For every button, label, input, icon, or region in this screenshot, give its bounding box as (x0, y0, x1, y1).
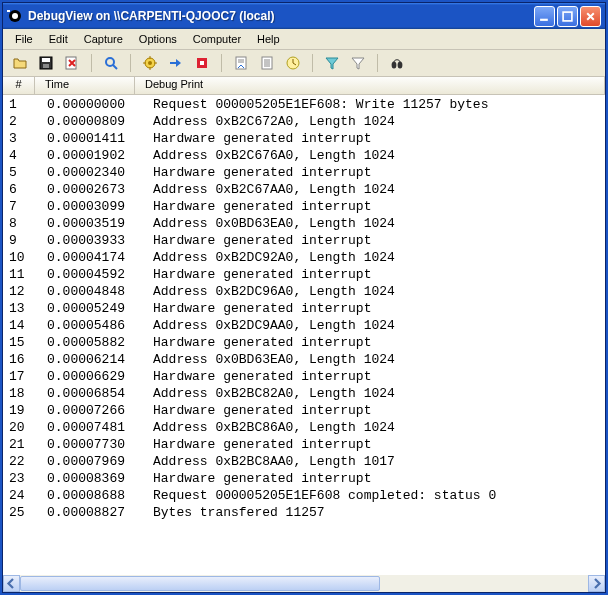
table-row[interactable]: 150.00005882Hardware generated interrupt (3, 334, 605, 351)
cell-number: 7 (3, 198, 41, 215)
menu-options[interactable]: Options (131, 31, 185, 47)
cell-time: 0.00002673 (41, 181, 147, 198)
table-row[interactable]: 200.00007481Address 0xB2BC86A0, Length 1… (3, 419, 605, 436)
table-row[interactable]: 140.00005486Address 0xB2DC9AA0, Length 1… (3, 317, 605, 334)
horizontal-scrollbar[interactable] (3, 575, 605, 592)
cell-time: 0.00008688 (41, 487, 147, 504)
cell-number: 12 (3, 283, 41, 300)
close-button[interactable] (580, 6, 601, 27)
table-row[interactable]: 220.00007969Address 0xB2BC8AA0, Length 1… (3, 453, 605, 470)
open-icon[interactable] (8, 51, 32, 75)
menu-file[interactable]: File (7, 31, 41, 47)
toolbar-sep (91, 54, 92, 72)
cell-debugprint: Hardware generated interrupt (147, 436, 605, 453)
minimize-button[interactable] (534, 6, 555, 27)
toolbar-sep (221, 54, 222, 72)
menu-help[interactable]: Help (249, 31, 288, 47)
col-debugprint[interactable]: Debug Print (135, 77, 605, 94)
table-row[interactable]: 130.00005249Hardware generated interrupt (3, 300, 605, 317)
menu-computer[interactable]: Computer (185, 31, 249, 47)
table-row[interactable]: 40.00001902Address 0xB2C676A0, Length 10… (3, 147, 605, 164)
autoscroll-icon[interactable] (229, 51, 253, 75)
table-row[interactable]: 180.00006854Address 0xB2BC82A0, Length 1… (3, 385, 605, 402)
table-row[interactable]: 90.00003933Hardware generated interrupt (3, 232, 605, 249)
menu-edit[interactable]: Edit (41, 31, 76, 47)
table-row[interactable]: 120.00004848Address 0xB2DC96A0, Length 1… (3, 283, 605, 300)
cell-number: 2 (3, 113, 41, 130)
cell-time: 0.00003933 (41, 232, 147, 249)
cell-number: 4 (3, 147, 41, 164)
scroll-thumb[interactable] (20, 576, 380, 591)
cell-debugprint: Hardware generated interrupt (147, 164, 605, 181)
table-row[interactable]: 60.00002673Address 0xB2C67AA0, Length 10… (3, 181, 605, 198)
maximize-button[interactable] (557, 6, 578, 27)
cell-time: 0.00008827 (41, 504, 147, 521)
capture-kernel-icon[interactable] (138, 51, 162, 75)
svg-point-18 (392, 62, 397, 69)
capture-win32-icon[interactable] (99, 51, 123, 75)
grid-body[interactable]: 10.00000000Request 000005205E1EF608: Wri… (3, 95, 605, 575)
table-row[interactable]: 50.00002340Hardware generated interrupt (3, 164, 605, 181)
table-row[interactable]: 70.00003099Hardware generated interrupt (3, 198, 605, 215)
highlight-icon[interactable] (346, 51, 370, 75)
cell-time: 0.00003519 (41, 215, 147, 232)
time-format-icon[interactable] (281, 51, 305, 75)
save-icon[interactable] (34, 51, 58, 75)
table-row[interactable]: 250.00008827Bytes transfered 11257 (3, 504, 605, 521)
cell-number: 23 (3, 470, 41, 487)
scroll-left-button[interactable] (3, 575, 20, 592)
capture-events-icon[interactable] (190, 51, 214, 75)
cell-number: 24 (3, 487, 41, 504)
cell-number: 15 (3, 334, 41, 351)
cell-debugprint: Hardware generated interrupt (147, 368, 605, 385)
cell-debugprint: Address 0xB2BC82A0, Length 1024 (147, 385, 605, 402)
cell-number: 13 (3, 300, 41, 317)
table-row[interactable]: 210.00007730Hardware generated interrupt (3, 436, 605, 453)
cell-number: 20 (3, 419, 41, 436)
cell-time: 0.00000809 (41, 113, 147, 130)
cell-debugprint: Request 000005205E1EF608 completed: stat… (147, 487, 605, 504)
svg-rect-7 (43, 64, 49, 68)
table-row[interactable]: 20.00000809Address 0xB2C672A0, Length 10… (3, 113, 605, 130)
title-bar[interactable]: DebugView on \\CARPENTI-QJOOC7 (local) (3, 3, 605, 29)
svg-line-10 (113, 65, 117, 69)
menu-bar: File Edit Capture Options Computer Help (3, 29, 605, 50)
table-row[interactable]: 110.00004592Hardware generated interrupt (3, 266, 605, 283)
table-row[interactable]: 10.00000000Request 000005205E1EF608: Wri… (3, 96, 605, 113)
scroll-right-button[interactable] (588, 575, 605, 592)
close-log-icon[interactable] (60, 51, 84, 75)
cell-time: 0.00007266 (41, 402, 147, 419)
table-row[interactable]: 190.00007266Hardware generated interrupt (3, 402, 605, 419)
window-buttons (534, 6, 601, 27)
table-row[interactable]: 30.00001411Hardware generated interrupt (3, 130, 605, 147)
scroll-track[interactable] (20, 575, 588, 592)
svg-point-1 (12, 13, 18, 19)
cell-debugprint: Address 0xB2C676A0, Length 1024 (147, 147, 605, 164)
cell-number: 6 (3, 181, 41, 198)
filter-icon[interactable] (320, 51, 344, 75)
cell-time: 0.00005486 (41, 317, 147, 334)
table-row[interactable]: 230.00008369Hardware generated interrupt (3, 470, 605, 487)
col-time[interactable]: Time (35, 77, 135, 94)
table-row[interactable]: 100.00004174Address 0xB2DC92A0, Length 1… (3, 249, 605, 266)
svg-rect-16 (262, 57, 272, 69)
table-row[interactable]: 170.00006629Hardware generated interrupt (3, 368, 605, 385)
cell-number: 8 (3, 215, 41, 232)
passthrough-icon[interactable] (164, 51, 188, 75)
table-row[interactable]: 160.00006214Address 0x0BD63EA0, Length 1… (3, 351, 605, 368)
col-number[interactable]: # (3, 77, 35, 94)
svg-rect-15 (236, 57, 246, 69)
toolbar-sep (312, 54, 313, 72)
window-title: DebugView on \\CARPENTI-QJOOC7 (local) (28, 9, 534, 23)
table-row[interactable]: 240.00008688Request 000005205E1EF608 com… (3, 487, 605, 504)
cell-time: 0.00007481 (41, 419, 147, 436)
table-row[interactable]: 80.00003519Address 0x0BD63EA0, Length 10… (3, 215, 605, 232)
cell-debugprint: Address 0xB2BC86A0, Length 1024 (147, 419, 605, 436)
cell-number: 25 (3, 504, 41, 521)
menu-capture[interactable]: Capture (76, 31, 131, 47)
find-icon[interactable] (385, 51, 409, 75)
clear-display-icon[interactable] (255, 51, 279, 75)
toolbar (3, 50, 605, 77)
cell-debugprint: Address 0xB2C67AA0, Length 1024 (147, 181, 605, 198)
cell-number: 21 (3, 436, 41, 453)
